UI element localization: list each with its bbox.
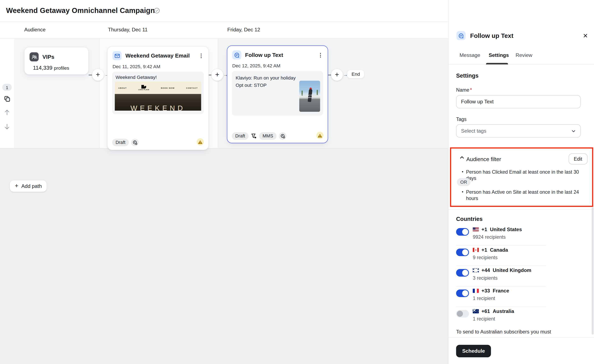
section-divider xyxy=(448,209,594,210)
duplicate-row-icon[interactable] xyxy=(4,96,10,102)
recipients-count: 3 recipients xyxy=(473,275,498,281)
australia-requirement-note: To send to Australian subscribers you mu… xyxy=(456,329,589,335)
email-hero-text: WEEKEND xyxy=(130,104,186,111)
plus-icon: + xyxy=(215,70,219,79)
sms-warning-icon xyxy=(316,132,323,139)
email-hero-image: WEEKEND xyxy=(115,94,201,111)
column-header-friday: Friday, Dec 12 xyxy=(227,27,260,33)
email-warning-icon xyxy=(197,138,204,145)
sms-status-badge: Draft xyxy=(232,132,249,140)
panel-scrollbar[interactable] xyxy=(592,207,594,335)
required-asterisk: * xyxy=(470,87,472,93)
audience-card-title: VIPs xyxy=(42,54,84,60)
filter-condition-1: Person has Clicked Email at least once i… xyxy=(466,169,588,182)
add-step-button[interactable]: + xyxy=(211,69,223,81)
footer-divider xyxy=(448,337,594,338)
country-row-united-states: +1 United States 9924 recipients xyxy=(456,225,587,246)
plus-icon: + xyxy=(335,70,339,79)
australia-toggle[interactable] xyxy=(456,310,469,317)
close-icon[interactable]: ✕ xyxy=(583,32,588,39)
audience-filter-section: Audience filter Edit • Person has Clicke… xyxy=(450,148,593,207)
email-nav-about: ABOUT xyxy=(118,87,127,89)
email-icon xyxy=(113,51,122,60)
smart-sending-clock-icon xyxy=(131,139,139,146)
audience-card-vips[interactable]: VIPs 114,339 profiles xyxy=(24,47,89,75)
email-preview: Weekend Getaway! ABOUT LOGO PLACE BOOK N… xyxy=(112,72,204,114)
name-label: Name* xyxy=(456,87,472,93)
smart-sending-clock-icon xyxy=(279,132,286,140)
audience-filter-funnel-icon xyxy=(251,133,257,139)
tab-settings[interactable]: Settings xyxy=(489,52,509,58)
filter-operator-chip: OR xyxy=(457,178,470,186)
email-card[interactable]: Weekend Getaway Email ⋮ Dec 11, 2025, 9:… xyxy=(107,46,209,150)
panel-title: Follow up Text xyxy=(470,32,578,39)
united-kingdom-toggle[interactable] xyxy=(456,269,469,276)
sms-card-title: Follow up Text xyxy=(245,52,314,58)
move-row-up-icon[interactable] xyxy=(4,109,10,116)
sms-mms-image: 30-Day End Of Summer Challenge xyxy=(299,81,320,112)
settings-panel: Follow up Text ✕ Message Settings Review… xyxy=(448,0,594,364)
canada-flag-icon xyxy=(473,248,479,252)
page-title: Weekend Getaway Omnichannel Campaign xyxy=(6,7,155,15)
column-divider xyxy=(218,22,218,148)
plus-icon: + xyxy=(15,183,18,189)
sms-icon xyxy=(232,50,241,59)
france-flag-icon xyxy=(473,289,479,293)
country-row-france: +33 France 1 recipient xyxy=(456,286,587,307)
schedule-button[interactable]: Schedule xyxy=(456,345,491,357)
email-card-menu-icon[interactable]: ⋮ xyxy=(198,53,204,58)
uk-flag-icon xyxy=(473,268,479,272)
sms-icon xyxy=(456,31,465,40)
email-mock: ABOUT LOGO PLACE BOOK NOW CONTACT WEEKEN… xyxy=(115,81,201,110)
active-tab-underline xyxy=(486,63,508,64)
tab-message[interactable]: Message xyxy=(459,52,480,58)
email-subject: Weekend Getaway! xyxy=(115,75,157,80)
tags-select[interactable]: Select tags xyxy=(456,124,581,137)
app-viewport: Audience Thursday, Dec 11 Friday, Dec 12… xyxy=(0,0,594,364)
edit-audience-filter-button[interactable]: Edit xyxy=(568,154,587,165)
chevron-down-icon xyxy=(571,129,576,133)
chevron-up-icon[interactable] xyxy=(459,155,465,160)
column-header-audience: Audience xyxy=(24,27,46,33)
sms-preview: Klaviyo: Run on your holiday Opt out: ST… xyxy=(232,71,323,116)
column-header-thursday: Thursday, Dec 11 xyxy=(108,27,148,33)
recipients-count: 1 recipient xyxy=(473,316,495,322)
france-toggle[interactable] xyxy=(456,290,469,297)
panel-tabs: Message Settings Review xyxy=(448,50,594,64)
settings-heading: Settings xyxy=(456,72,479,79)
australia-flag-icon xyxy=(473,309,479,313)
united-states-toggle[interactable] xyxy=(456,228,469,236)
name-input[interactable] xyxy=(456,95,581,108)
add-step-button[interactable]: + xyxy=(92,69,104,81)
logo-text: LOGO PLACE xyxy=(138,89,149,91)
tab-review[interactable]: Review xyxy=(516,52,532,58)
country-row-australia: +61 Australia 1 recipient xyxy=(456,307,587,327)
audience-people-icon xyxy=(29,52,39,61)
country-row-canada: +1 Canada 9 recipients xyxy=(456,246,587,266)
canada-toggle[interactable] xyxy=(456,249,469,256)
add-step-button[interactable]: + xyxy=(331,69,343,81)
profile-count-suffix: profiles xyxy=(54,66,69,71)
sms-card-menu-icon[interactable]: ⋮ xyxy=(318,52,323,58)
add-path-label: Add path xyxy=(21,183,42,189)
column-divider xyxy=(99,22,100,148)
country-row-united-kingdom: +44 United Kingdom 3 recipients xyxy=(456,266,587,286)
sms-channel-badge: MMS xyxy=(259,132,277,140)
saved-check-icon xyxy=(154,7,160,13)
move-row-down-icon[interactable] xyxy=(4,123,10,130)
recipients-count: 9924 recipients xyxy=(473,234,506,240)
email-nav-book-now: BOOK NOW xyxy=(161,87,175,89)
profile-count: 114,339 xyxy=(33,65,53,71)
email-status-badge: Draft xyxy=(112,139,129,146)
us-flag-icon xyxy=(473,227,479,232)
sms-card[interactable]: Follow up Text ⋮ Dec 12, 2025, 9:42 AM K… xyxy=(227,45,328,143)
bullet-icon: • xyxy=(462,189,464,202)
plus-icon: + xyxy=(96,70,100,79)
email-card-title: Weekend Getaway Email xyxy=(126,53,195,59)
sms-image-caption: 30-Day End Of Summer Challenge xyxy=(299,94,320,99)
recipients-count: 9 recipients xyxy=(473,255,498,260)
add-path-button[interactable]: + Add path xyxy=(10,180,47,192)
email-card-datetime: Dec 11, 2025, 9:42 AM xyxy=(113,64,160,69)
sms-message-text: Klaviyo: Run on your holiday Opt out: ST… xyxy=(236,75,299,89)
countries-heading: Countries xyxy=(456,216,483,222)
